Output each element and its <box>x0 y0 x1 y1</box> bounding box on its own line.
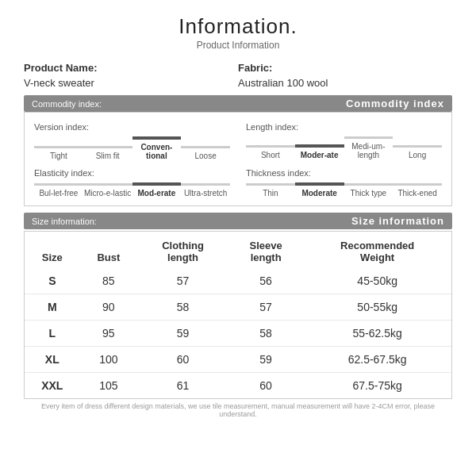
elasticity-index-items: Bul-let-free Micro-e-lastic Mod-erate Ul… <box>34 182 230 198</box>
table-cell: 61 <box>137 373 228 399</box>
footer-note: Every item of dress different design mat… <box>24 402 452 418</box>
page-title: Information. <box>24 14 452 39</box>
elasticity-item-2: Mod-erate <box>132 182 182 198</box>
version-index-items: Tight Slim fit Conven-tional Loose <box>34 136 230 160</box>
table-cell: 55-62.5kg <box>303 321 451 347</box>
length-item-3: Long <box>393 145 442 159</box>
table-row: S85575645-50kg <box>25 268 451 294</box>
table-cell: XL <box>25 347 80 373</box>
table-cell: 59 <box>137 321 228 347</box>
size-table-header-row: Size Bust Clothinglength Sleevelength Re… <box>25 232 451 268</box>
index-row-1: Version index: Tight Slim fit Conven-tio… <box>34 122 442 160</box>
length-index-items: Short Moder-ate Medi-um-length Long <box>246 136 442 159</box>
index-row-2: Elasticity index: Bul-let-free Micro-e-l… <box>34 168 442 198</box>
table-cell: 50-55kg <box>303 294 451 321</box>
elasticity-item-1: Micro-e-lastic <box>83 183 132 198</box>
table-cell: 67.5-75kg <box>303 373 451 399</box>
col-sleeve-length: Sleevelength <box>228 232 303 268</box>
elasticity-item-0: Bul-let-free <box>34 183 83 198</box>
table-row: M90585750-55kg <box>25 294 451 321</box>
table-cell: 59 <box>228 347 303 373</box>
table-row: L95595855-62.5kg <box>25 321 451 347</box>
size-info-bar: Size information: Size information <box>24 213 452 229</box>
commodity-bar-right: Commodity index <box>346 98 444 109</box>
table-cell: 85 <box>80 268 138 294</box>
table-cell: 90 <box>80 294 138 321</box>
elasticity-index-group: Elasticity index: Bul-let-free Micro-e-l… <box>34 168 230 198</box>
product-name-col: Product Name: V-neck sweater <box>24 62 238 89</box>
commodity-bar-left: Commodity index: <box>32 99 102 109</box>
size-bar-right: Size information <box>351 215 444 227</box>
length-item-1: Moder-ate <box>295 144 344 159</box>
product-name-value: V-neck sweater <box>24 77 238 89</box>
thickness-item-3: Thick-ened <box>393 183 442 198</box>
table-cell: 57 <box>137 268 228 294</box>
header: Information. Product Information <box>24 14 452 51</box>
size-table: Size Bust Clothinglength Sleevelength Re… <box>25 232 451 398</box>
col-clothing-length: Clothinglength <box>137 232 228 268</box>
product-info: Product Name: V-neck sweater Fabric: Aus… <box>24 62 452 89</box>
product-fabric-col: Fabric: Australian 100 wool <box>238 62 452 89</box>
table-cell: 100 <box>80 347 138 373</box>
page-subtitle: Product Information <box>24 40 452 51</box>
length-item-0: Short <box>246 145 295 159</box>
table-cell: 57 <box>228 294 303 321</box>
elasticity-item-3: Ultra-stretch <box>181 183 230 198</box>
commodity-index-bar: Commodity index: Commodity index <box>24 95 452 112</box>
elasticity-index-label: Elasticity index: <box>34 168 230 178</box>
product-name-label: Product Name: <box>24 62 238 74</box>
table-row: XXL105616067.5-75kg <box>25 373 451 399</box>
thickness-item-2: Thick type <box>344 183 393 198</box>
version-item-3: Loose <box>181 146 230 160</box>
table-cell: 60 <box>228 373 303 399</box>
version-index-label: Version index: <box>34 122 230 132</box>
table-cell: 62.5-67.5kg <box>303 347 451 373</box>
thickness-index-items: Thin Moderate Thick type Thick-ened <box>246 182 442 198</box>
page: Information. Product Information Product… <box>0 0 476 476</box>
table-cell: XXL <box>25 373 80 399</box>
table-cell: 105 <box>80 373 138 399</box>
col-bust: Bust <box>80 232 138 268</box>
table-cell: L <box>25 321 80 347</box>
version-item-1: Slim fit <box>83 146 132 160</box>
thickness-item-1: Moderate <box>295 182 344 198</box>
table-cell: 58 <box>228 321 303 347</box>
thickness-item-0: Thin <box>246 183 295 198</box>
table-cell: 45-50kg <box>303 268 451 294</box>
length-index-group: Length index: Short Moder-ate Medi-um-le… <box>246 122 442 160</box>
table-cell: S <box>25 268 80 294</box>
version-item-2: Conven-tional <box>132 136 182 160</box>
fabric-label: Fabric: <box>238 62 452 74</box>
table-row: XL100605962.5-67.5kg <box>25 347 451 373</box>
table-cell: 56 <box>228 268 303 294</box>
commodity-index-section: Version index: Tight Slim fit Conven-tio… <box>24 112 452 206</box>
table-cell: M <box>25 294 80 321</box>
length-index-label: Length index: <box>246 122 442 132</box>
version-item-0: Tight <box>34 146 83 160</box>
length-item-2: Medi-um-length <box>344 136 393 159</box>
thickness-index-group: Thickness index: Thin Moderate Thick typ… <box>246 168 442 198</box>
col-recommended-weight: RecommendedWeight <box>303 232 451 268</box>
version-index-group: Version index: Tight Slim fit Conven-tio… <box>34 122 230 160</box>
table-cell: 60 <box>137 347 228 373</box>
size-section: Size Bust Clothinglength Sleevelength Re… <box>24 231 452 399</box>
thickness-index-label: Thickness index: <box>246 168 442 178</box>
col-size: Size <box>25 232 80 268</box>
table-cell: 58 <box>137 294 228 321</box>
table-cell: 95 <box>80 321 138 347</box>
size-bar-left: Size information: <box>32 217 97 226</box>
fabric-value: Australian 100 wool <box>238 77 452 89</box>
